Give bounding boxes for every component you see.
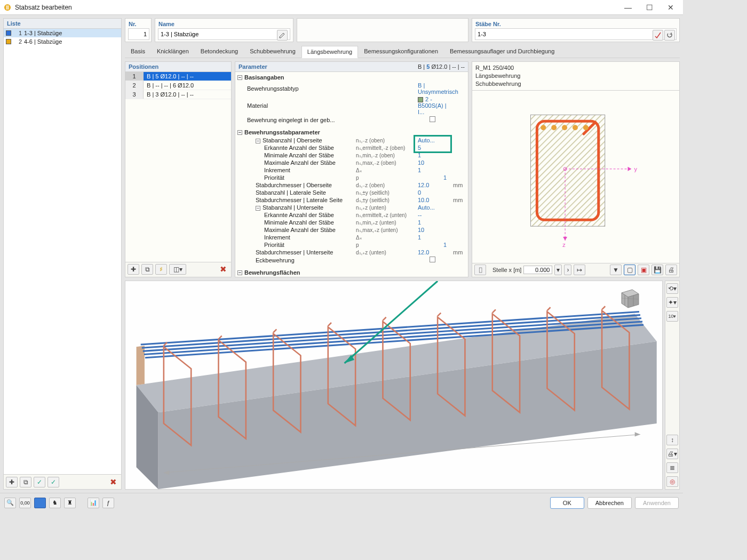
param-row[interactable]: Material 2 - B500S(A) | I... xyxy=(235,95,468,116)
param-value[interactable]: 10.0 xyxy=(418,197,449,203)
pos-view-button[interactable]: ◫▾ xyxy=(169,264,186,275)
name-input[interactable] xyxy=(158,29,290,39)
param-row[interactable]: Minimale Anzahl der Stäbe nₛ,min,₊z (unt… xyxy=(235,219,468,226)
tab-bkonf[interactable]: Bemessungskonfigurationen xyxy=(358,45,444,58)
cancel-button[interactable]: Abbrechen xyxy=(587,497,632,509)
param-value[interactable]: 5 xyxy=(418,145,449,151)
maximize-button[interactable]: ☐ xyxy=(643,3,655,12)
copy-item-button[interactable]: ⧉ xyxy=(20,477,31,487)
vp-reverse-icon[interactable]: ↕ xyxy=(666,435,678,445)
param-row[interactable]: Inkrement Δₓ 1 xyxy=(235,166,468,174)
param-value[interactable]: 1 xyxy=(418,242,449,248)
footer-wizard2-icon[interactable]: ♜ xyxy=(64,498,76,508)
param-value[interactable]: B | Unsymmetrisch xyxy=(418,82,449,95)
param-row[interactable]: Eckbewehrung xyxy=(235,256,468,264)
param-row[interactable]: Erkannte Anzahl der Stäbe nₛ,ermittelt,₊… xyxy=(235,211,468,219)
param-value[interactable]: 1 xyxy=(418,174,449,181)
staebe-input[interactable] xyxy=(475,29,676,39)
stelle-step-icon[interactable]: › xyxy=(564,265,571,275)
param-value[interactable]: 10 xyxy=(418,227,449,233)
vp-target-icon[interactable]: ◎ xyxy=(666,476,678,487)
param-row[interactable]: Minimale Anzahl der Stäbe nₛ,min,₋z (obe… xyxy=(235,151,468,159)
param-value[interactable]: 1 xyxy=(418,167,449,173)
param-value[interactable]: 1 xyxy=(418,234,449,241)
footer-wizard1-icon[interactable]: ♞ xyxy=(49,498,61,508)
cross-section-view[interactable]: y z xyxy=(472,91,680,263)
name-edit-icon[interactable] xyxy=(277,30,288,41)
cs-save-icon[interactable]: 💾 xyxy=(651,265,663,275)
expand-icon[interactable]: − xyxy=(256,206,260,211)
footer-search-icon[interactable]: 🔍 xyxy=(4,498,16,508)
vp-scale-icon[interactable]: 10▾ xyxy=(666,311,678,322)
param-value[interactable]: -- xyxy=(418,212,449,218)
expand-icon[interactable]: − xyxy=(256,139,260,143)
checkbox[interactable] xyxy=(430,116,435,122)
param-value[interactable]: 12.0 xyxy=(418,182,449,188)
footer-chart-icon[interactable]: 📊 xyxy=(88,498,99,508)
cs-section-icon[interactable]: ⌷ xyxy=(474,265,486,275)
collapse-icon[interactable]: − xyxy=(237,130,242,135)
vp-orbit-icon[interactable]: ⟲▾ xyxy=(666,283,678,294)
tab-basis[interactable]: Basis xyxy=(125,45,151,58)
pos-new-button[interactable]: ✚ xyxy=(128,264,139,275)
param-row[interactable]: Oberseite 5.65 cm² xyxy=(235,277,468,277)
param-group-header[interactable]: −Bewehrungsstabparameter xyxy=(235,128,468,137)
close-button[interactable]: ✕ xyxy=(665,3,677,12)
stelle-value[interactable]: 0.000 xyxy=(523,266,552,274)
pos-delete-button[interactable]: ✖ xyxy=(217,264,229,275)
param-row[interactable]: Maximale Anzahl der Stäbe nₛ,max,₋z (obe… xyxy=(235,159,468,166)
param-row[interactable]: Maximale Anzahl der Stäbe nₛ,max,₊z (unt… xyxy=(235,226,468,234)
footer-script-icon[interactable]: ƒ xyxy=(102,498,114,508)
footer-color-icon[interactable] xyxy=(34,498,46,508)
param-row[interactable]: Priorität p 1 xyxy=(235,174,468,181)
stelle-spin-icon[interactable]: ▾ xyxy=(554,265,562,275)
param-value[interactable]: Auto... xyxy=(418,204,449,211)
param-value[interactable]: 10 xyxy=(418,159,449,166)
param-value[interactable]: 0 xyxy=(418,189,449,196)
position-row[interactable]: 1B | 5 Ø12.0 | -- | -- xyxy=(125,72,231,81)
param-group-header[interactable]: −Basisangaben xyxy=(235,73,468,82)
check-on-button[interactable]: ✓ xyxy=(34,477,45,487)
cs-view1-icon[interactable]: ▢ xyxy=(624,265,635,275)
tab-laengs[interactable]: Längsbewehrung xyxy=(301,46,358,58)
delete-item-button[interactable]: ✖ xyxy=(107,477,119,487)
param-value[interactable]: 12.0 xyxy=(418,249,449,255)
vp-print-icon[interactable]: 🖨▾ xyxy=(666,449,678,459)
minimize-button[interactable]: — xyxy=(622,3,634,12)
param-row[interactable]: Stabdurchmesser | Laterale Seite dₛ,±y (… xyxy=(235,196,468,204)
vp-list-icon[interactable]: ≣ xyxy=(666,462,678,473)
tab-beton[interactable]: Betondeckung xyxy=(195,45,244,58)
check-off-button[interactable]: ✓ xyxy=(47,477,59,487)
tab-knick[interactable]: Knicklängen xyxy=(151,45,195,58)
tab-schub[interactable]: Schubbewehrung xyxy=(244,45,301,58)
param-row[interactable]: −Stabanzahl | Unterseite nₛ,₊z (unten) A… xyxy=(235,204,468,211)
param-value[interactable]: 1 xyxy=(418,219,449,226)
param-row[interactable]: Erkannte Anzahl der Stäbe nₛ,ermittelt,₋… xyxy=(235,144,468,151)
stelle-apply-icon[interactable]: ↦ xyxy=(574,265,585,275)
tab-bauf[interactable]: Bemessungsauflager und Durchbiegung xyxy=(444,45,560,58)
param-row[interactable]: Inkrement Δₓ 1 xyxy=(235,234,468,241)
list-row[interactable]: 1 1-3 | Stabzüge xyxy=(4,29,121,37)
pos-sort-button[interactable]: ♯ xyxy=(155,264,167,275)
vp-axes-icon[interactable]: ✦▾ xyxy=(666,297,678,308)
checkbox[interactable] xyxy=(430,257,435,262)
collapse-icon[interactable]: − xyxy=(237,270,242,275)
cs-view2-icon[interactable]: ▣ xyxy=(638,265,649,275)
param-row[interactable]: Bewehrung eingelegt in der geb... xyxy=(235,116,468,124)
pos-copy-button[interactable]: ⧉ xyxy=(141,264,153,275)
orientation-cube-icon[interactable] xyxy=(615,285,641,311)
param-row[interactable]: Stabanzahl | Laterale Seite nₛ,±y (seitl… xyxy=(235,189,468,196)
param-row[interactable]: Stabdurchmesser | Oberseite dₛ,₋z (oben)… xyxy=(235,181,468,189)
param-value[interactable] xyxy=(418,116,449,123)
param-value[interactable]: 2 - B500S(A) | I... xyxy=(418,96,449,115)
position-row[interactable]: 3B | 3 Ø12.0 | -- | -- xyxy=(125,90,231,99)
collapse-icon[interactable]: − xyxy=(237,75,242,80)
viewport-3d[interactable] xyxy=(125,281,663,490)
param-row[interactable]: Priorität p 1 xyxy=(235,241,468,249)
cs-print-icon[interactable]: 🖨 xyxy=(665,265,677,275)
new-item-button[interactable]: ✚ xyxy=(6,477,18,487)
param-value[interactable]: Auto... xyxy=(418,137,449,143)
cs-filter-icon[interactable]: ▼ xyxy=(610,265,622,275)
nr-input[interactable] xyxy=(129,29,149,39)
param-row[interactable]: Bewehrungsstabtyp B | Unsymmetrisch xyxy=(235,82,468,95)
